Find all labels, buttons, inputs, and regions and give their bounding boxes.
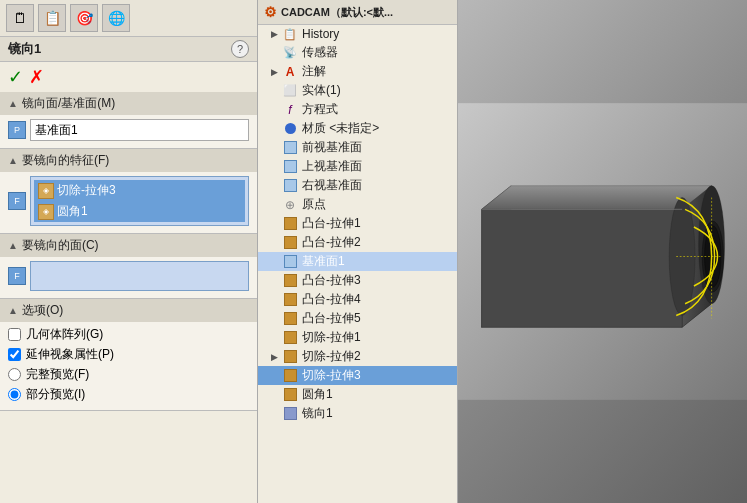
tree-expand-icon[interactable]: ▶ — [268, 66, 280, 78]
tree-header-title: CADCAM（默认:<默... — [281, 5, 393, 20]
tree-node-icon — [282, 368, 298, 384]
tree-item[interactable]: 材质 <未指定> — [258, 119, 457, 138]
tree-item-label: 凸台-拉伸4 — [300, 291, 361, 308]
toolbar-btn-3[interactable]: 🎯 — [70, 4, 98, 32]
mirror-features-icon-row: F ◈ 切除-拉伸3 ◈ 圆角1 — [8, 176, 249, 226]
tree-item[interactable]: 镜向1 — [258, 404, 457, 423]
mirror-face-header[interactable]: ▲ 要镜向的面(C) — [0, 234, 257, 257]
tree-panel: ⚙ CADCAM（默认:<默... ▶📋History 📡传感器▶A注解 ⬜实体… — [258, 0, 458, 503]
geometry-array-checkbox[interactable] — [8, 328, 21, 341]
tree-item[interactable]: ⬜实体(1) — [258, 81, 457, 100]
viewport — [458, 0, 747, 503]
tree-item-label: 镜向1 — [300, 405, 333, 422]
tree-header: ⚙ CADCAM（默认:<默... — [258, 0, 457, 25]
tree-expand-icon — [268, 275, 280, 287]
confirm-button[interactable]: ✓ — [8, 66, 23, 88]
toolbar-btn-2[interactable]: 📋 — [38, 4, 66, 32]
tree-item[interactable]: 上视基准面 — [258, 157, 457, 176]
tree-item[interactable]: 切除-拉伸3 — [258, 366, 457, 385]
tree-expand-icon — [268, 408, 280, 420]
tree-item[interactable]: 凸台-拉伸4 — [258, 290, 457, 309]
tree-node-icon — [282, 311, 298, 327]
tree-item[interactable]: ▶📋History — [258, 25, 457, 43]
tree-item[interactable]: 切除-拉伸1 — [258, 328, 457, 347]
tree-node-icon: ⊕ — [282, 197, 298, 213]
tree-node-icon — [282, 216, 298, 232]
feature-label-1: 切除-拉伸3 — [57, 182, 116, 199]
toolbar: 🗒 📋 🎯 🌐 — [0, 0, 257, 37]
tree-item[interactable]: 前视基准面 — [258, 138, 457, 157]
extend-visual-checkbox[interactable] — [8, 348, 21, 361]
tree-item[interactable]: 圆角1 — [258, 385, 457, 404]
tree-node-icon — [282, 273, 298, 289]
tree-body: ▶📋History 📡传感器▶A注解 ⬜实体(1) f方程式 材质 <未指定> … — [258, 25, 457, 500]
mirror-features-chevron: ▲ — [8, 155, 18, 166]
tree-expand-icon — [268, 313, 280, 325]
tree-node-icon: 📋 — [282, 26, 298, 42]
tree-expand-icon — [268, 47, 280, 59]
tree-expand-icon — [268, 199, 280, 211]
tree-item[interactable]: 📡传感器 — [258, 43, 457, 62]
tree-expand-icon[interactable]: ▶ — [268, 351, 280, 363]
options-header[interactable]: ▲ 选项(O) — [0, 299, 257, 322]
geometry-array-label: 几何体阵列(G) — [26, 326, 103, 343]
tree-node-icon — [282, 121, 298, 137]
feat-icon-1: ◈ — [38, 183, 54, 199]
tree-expand-icon — [268, 332, 280, 344]
mirror-plane-section: ▲ 镜向面/基准面(M) P — [0, 92, 257, 149]
mirror-features-body: F ◈ 切除-拉伸3 ◈ 圆角1 — [0, 172, 257, 233]
cancel-button[interactable]: ✗ — [29, 66, 44, 88]
tree-item[interactable]: ▶A注解 — [258, 62, 457, 81]
tree-node-icon — [282, 292, 298, 308]
mirror-face-label: 要镜向的面(C) — [22, 237, 99, 254]
mirror-plane-icon: P — [8, 121, 26, 139]
tree-node-icon — [282, 254, 298, 270]
tree-item-label: 凸台-拉伸3 — [300, 272, 361, 289]
tree-item[interactable]: 凸台-拉伸5 — [258, 309, 457, 328]
mirror-feature-icon: F — [8, 192, 26, 210]
partial-preview-radio[interactable] — [8, 388, 21, 401]
tree-node-icon: A — [282, 64, 298, 80]
feature-item-2[interactable]: ◈ 圆角1 — [34, 201, 245, 222]
mirror-plane-header[interactable]: ▲ 镜向面/基准面(M) — [0, 92, 257, 115]
mirror-plane-chevron: ▲ — [8, 98, 18, 109]
tree-item[interactable]: 凸台-拉伸3 — [258, 271, 457, 290]
help-button[interactable]: ? — [231, 40, 249, 58]
tree-item-label: 原点 — [300, 196, 326, 213]
mirror-features-section: ▲ 要镜向的特征(F) F ◈ 切除-拉伸3 ◈ 圆角1 — [0, 149, 257, 234]
panel-title: 镜向1 — [8, 40, 41, 58]
svg-marker-5 — [482, 209, 683, 327]
tree-expand-icon — [268, 237, 280, 249]
right-content: ⚙ CADCAM（默认:<默... ▶📋History 📡传感器▶A注解 ⬜实体… — [258, 0, 747, 503]
tree-item[interactable]: 右视基准面 — [258, 176, 457, 195]
mirror-features-header[interactable]: ▲ 要镜向的特征(F) — [0, 149, 257, 172]
tree-item[interactable]: ⊕原点 — [258, 195, 457, 214]
options-body: 几何体阵列(G) 延伸视象属性(P) 完整预览(F) 部分预览(I) — [0, 322, 257, 410]
tree-item-label: 圆角1 — [300, 386, 333, 403]
tree-expand-icon — [268, 370, 280, 382]
tree-expand-icon — [268, 161, 280, 173]
options-chevron: ▲ — [8, 305, 18, 316]
feature-item-1[interactable]: ◈ 切除-拉伸3 — [34, 180, 245, 201]
tree-node-icon — [282, 330, 298, 346]
options-section: ▲ 选项(O) 几何体阵列(G) 延伸视象属性(P) 完整预览(F) 部分预览(… — [0, 299, 257, 411]
tree-item[interactable]: ▶切除-拉伸2 — [258, 347, 457, 366]
toolbar-btn-1[interactable]: 🗒 — [6, 4, 34, 32]
tree-expand-icon — [268, 218, 280, 230]
tree-item-label: 传感器 — [300, 44, 338, 61]
tree-expand-icon — [268, 85, 280, 97]
mirror-plane-input[interactable] — [30, 119, 249, 141]
tree-item-label: 凸台-拉伸2 — [300, 234, 361, 251]
tree-item[interactable]: 凸台-拉伸2 — [258, 233, 457, 252]
tree-item[interactable]: 凸台-拉伸1 — [258, 214, 457, 233]
tree-item[interactable]: f方程式 — [258, 100, 457, 119]
tree-item[interactable]: 基准面1 — [258, 252, 457, 271]
tree-expand-icon — [268, 123, 280, 135]
full-preview-radio[interactable] — [8, 368, 21, 381]
mirror-features-label: 要镜向的特征(F) — [22, 152, 109, 169]
tree-node-icon: 📡 — [282, 45, 298, 61]
toolbar-btn-4[interactable]: 🌐 — [102, 4, 130, 32]
tree-expand-icon[interactable]: ▶ — [268, 28, 280, 40]
3d-model-svg — [458, 0, 747, 503]
tree-item-label: History — [300, 27, 339, 41]
